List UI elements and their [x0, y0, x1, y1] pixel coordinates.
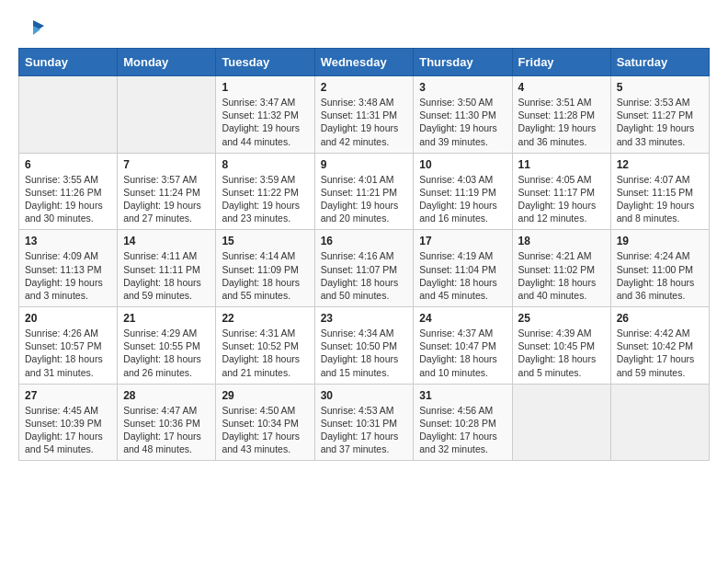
calendar-cell: 12Sunrise: 4:07 AM Sunset: 11:15 PM Dayl…	[610, 153, 709, 230]
logo	[18, 17, 46, 42]
calendar-cell: 18Sunrise: 4:21 AM Sunset: 11:02 PM Dayl…	[512, 230, 610, 307]
day-number: 3	[419, 81, 506, 94]
calendar-cell	[512, 384, 610, 461]
calendar: SundayMondayTuesdayWednesdayThursdayFrid…	[18, 48, 710, 461]
calendar-cell: 4Sunrise: 3:51 AM Sunset: 11:28 PM Dayli…	[512, 76, 610, 154]
calendar-header-row: SundayMondayTuesdayWednesdayThursdayFrid…	[19, 49, 710, 76]
day-of-week-header: Sunday	[19, 49, 118, 76]
day-info: Sunrise: 3:55 AM Sunset: 11:26 PM Daylig…	[25, 173, 111, 225]
calendar-cell: 17Sunrise: 4:19 AM Sunset: 11:04 PM Dayl…	[414, 230, 512, 307]
calendar-cell: 24Sunrise: 4:37 AM Sunset: 10:47 PM Dayl…	[414, 307, 512, 385]
day-info: Sunrise: 4:21 AM Sunset: 11:02 PM Daylig…	[518, 249, 605, 302]
day-number: 13	[25, 235, 111, 247]
day-number: 18	[518, 235, 605, 247]
calendar-cell: 20Sunrise: 4:26 AM Sunset: 10:57 PM Dayl…	[19, 307, 118, 385]
day-info: Sunrise: 4:03 AM Sunset: 11:19 PM Daylig…	[419, 173, 506, 225]
calendar-cell: 27Sunrise: 4:45 AM Sunset: 10:39 PM Dayl…	[19, 384, 118, 461]
day-number: 5	[617, 81, 703, 94]
calendar-cell: 31Sunrise: 4:56 AM Sunset: 10:28 PM Dayl…	[414, 384, 512, 461]
day-number: 21	[123, 312, 210, 325]
calendar-cell: 2Sunrise: 3:48 AM Sunset: 11:31 PM Dayli…	[314, 76, 414, 154]
day-info: Sunrise: 4:39 AM Sunset: 10:45 PM Daylig…	[518, 327, 605, 379]
day-info: Sunrise: 3:53 AM Sunset: 11:27 PM Daylig…	[617, 96, 703, 148]
day-info: Sunrise: 4:31 AM Sunset: 10:52 PM Daylig…	[222, 327, 308, 379]
calendar-cell: 25Sunrise: 4:39 AM Sunset: 10:45 PM Dayl…	[512, 307, 610, 385]
page: SundayMondayTuesdayWednesdayThursdayFrid…	[0, 0, 728, 477]
day-number: 11	[518, 158, 605, 171]
calendar-cell: 11Sunrise: 4:05 AM Sunset: 11:17 PM Dayl…	[512, 153, 610, 230]
day-info: Sunrise: 4:47 AM Sunset: 10:36 PM Daylig…	[123, 404, 210, 456]
day-info: Sunrise: 4:34 AM Sunset: 10:50 PM Daylig…	[321, 327, 408, 379]
calendar-week-row: 20Sunrise: 4:26 AM Sunset: 10:57 PM Dayl…	[19, 307, 710, 385]
day-info: Sunrise: 3:57 AM Sunset: 11:24 PM Daylig…	[123, 173, 210, 225]
calendar-cell: 15Sunrise: 4:14 AM Sunset: 11:09 PM Dayl…	[216, 230, 314, 307]
day-number: 29	[222, 389, 308, 402]
calendar-cell: 23Sunrise: 4:34 AM Sunset: 10:50 PM Dayl…	[314, 307, 414, 385]
calendar-cell: 6Sunrise: 3:55 AM Sunset: 11:26 PM Dayli…	[19, 153, 118, 230]
calendar-cell	[19, 76, 118, 154]
day-info: Sunrise: 4:11 AM Sunset: 11:11 PM Daylig…	[123, 249, 210, 302]
day-info: Sunrise: 4:01 AM Sunset: 11:21 PM Daylig…	[321, 173, 408, 225]
calendar-cell: 7Sunrise: 3:57 AM Sunset: 11:24 PM Dayli…	[118, 153, 216, 230]
day-number: 9	[321, 158, 408, 171]
day-info: Sunrise: 4:37 AM Sunset: 10:47 PM Daylig…	[419, 327, 506, 379]
day-info: Sunrise: 4:45 AM Sunset: 10:39 PM Daylig…	[25, 404, 111, 456]
day-number: 22	[222, 312, 308, 325]
day-number: 28	[123, 389, 210, 402]
day-number: 20	[25, 312, 111, 325]
header	[18, 17, 710, 42]
day-number: 17	[419, 235, 506, 247]
calendar-cell: 8Sunrise: 3:59 AM Sunset: 11:22 PM Dayli…	[216, 153, 314, 230]
day-info: Sunrise: 4:19 AM Sunset: 11:04 PM Daylig…	[419, 249, 506, 302]
calendar-cell	[610, 384, 709, 461]
calendar-cell: 1Sunrise: 3:47 AM Sunset: 11:32 PM Dayli…	[216, 76, 314, 154]
day-number: 30	[321, 389, 408, 402]
day-info: Sunrise: 4:50 AM Sunset: 10:34 PM Daylig…	[222, 404, 308, 456]
calendar-cell: 9Sunrise: 4:01 AM Sunset: 11:21 PM Dayli…	[314, 153, 414, 230]
calendar-week-row: 1Sunrise: 3:47 AM Sunset: 11:32 PM Dayli…	[19, 76, 710, 154]
calendar-week-row: 13Sunrise: 4:09 AM Sunset: 11:13 PM Dayl…	[19, 230, 710, 307]
day-of-week-header: Friday	[512, 49, 610, 76]
day-info: Sunrise: 4:16 AM Sunset: 11:07 PM Daylig…	[321, 249, 408, 302]
day-number: 8	[222, 158, 308, 171]
calendar-cell	[118, 76, 216, 154]
day-number: 15	[222, 235, 308, 247]
day-number: 25	[518, 312, 605, 325]
day-of-week-header: Saturday	[610, 49, 709, 76]
day-number: 26	[617, 312, 703, 325]
calendar-cell: 28Sunrise: 4:47 AM Sunset: 10:36 PM Dayl…	[118, 384, 216, 461]
day-info: Sunrise: 4:42 AM Sunset: 10:42 PM Daylig…	[617, 327, 703, 379]
day-of-week-header: Wednesday	[314, 49, 414, 76]
calendar-cell: 13Sunrise: 4:09 AM Sunset: 11:13 PM Dayl…	[19, 230, 118, 307]
day-of-week-header: Tuesday	[216, 49, 314, 76]
day-number: 4	[518, 81, 605, 94]
day-of-week-header: Thursday	[414, 49, 512, 76]
day-number: 23	[321, 312, 408, 325]
day-info: Sunrise: 4:14 AM Sunset: 11:09 PM Daylig…	[222, 249, 308, 302]
calendar-cell: 3Sunrise: 3:50 AM Sunset: 11:30 PM Dayli…	[414, 76, 512, 154]
day-number: 24	[419, 312, 506, 325]
calendar-week-row: 6Sunrise: 3:55 AM Sunset: 11:26 PM Dayli…	[19, 153, 710, 230]
calendar-cell: 26Sunrise: 4:42 AM Sunset: 10:42 PM Dayl…	[610, 307, 709, 385]
day-info: Sunrise: 4:09 AM Sunset: 11:13 PM Daylig…	[25, 249, 111, 302]
day-info: Sunrise: 3:48 AM Sunset: 11:31 PM Daylig…	[321, 96, 408, 148]
day-number: 16	[321, 235, 408, 247]
day-number: 27	[25, 389, 111, 402]
day-info: Sunrise: 3:51 AM Sunset: 11:28 PM Daylig…	[518, 96, 605, 148]
day-info: Sunrise: 4:05 AM Sunset: 11:17 PM Daylig…	[518, 173, 605, 225]
day-number: 2	[321, 81, 408, 94]
calendar-cell: 22Sunrise: 4:31 AM Sunset: 10:52 PM Dayl…	[216, 307, 314, 385]
day-number: 14	[123, 235, 210, 247]
day-info: Sunrise: 4:56 AM Sunset: 10:28 PM Daylig…	[419, 404, 506, 456]
day-number: 10	[419, 158, 506, 171]
calendar-cell: 29Sunrise: 4:50 AM Sunset: 10:34 PM Dayl…	[216, 384, 314, 461]
day-info: Sunrise: 4:26 AM Sunset: 10:57 PM Daylig…	[25, 327, 111, 379]
calendar-cell: 30Sunrise: 4:53 AM Sunset: 10:31 PM Dayl…	[314, 384, 414, 461]
day-number: 31	[419, 389, 506, 402]
day-number: 12	[617, 158, 703, 171]
day-info: Sunrise: 4:24 AM Sunset: 11:00 PM Daylig…	[617, 249, 703, 302]
day-number: 7	[123, 158, 210, 171]
calendar-cell: 5Sunrise: 3:53 AM Sunset: 11:27 PM Dayli…	[610, 76, 709, 154]
day-number: 1	[222, 81, 308, 94]
day-number: 6	[25, 158, 111, 171]
